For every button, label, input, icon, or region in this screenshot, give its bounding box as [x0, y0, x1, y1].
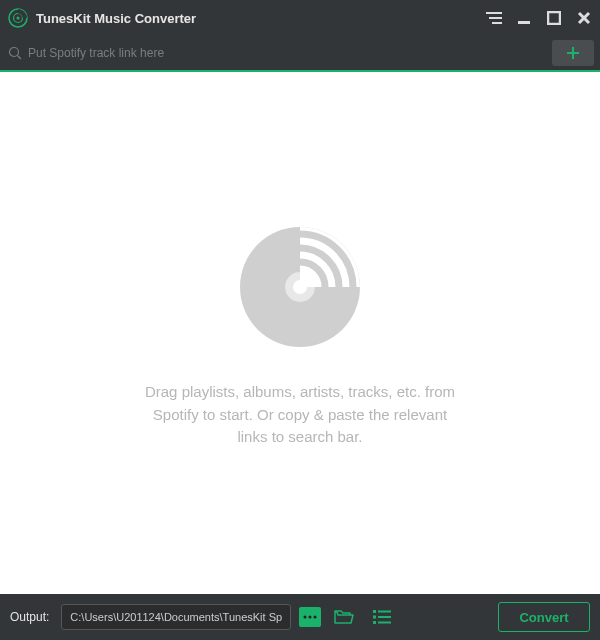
main-area[interactable]: Drag playlists, albums, artists, tracks,… — [0, 72, 600, 594]
svg-rect-4 — [489, 17, 502, 19]
search-icon — [8, 46, 22, 60]
output-path-field[interactable]: C:\Users\U201124\Documents\TunesKit Sp — [61, 604, 291, 630]
app-title: TunesKit Music Converter — [36, 11, 196, 26]
svg-rect-22 — [373, 616, 376, 619]
svg-rect-24 — [373, 621, 376, 624]
browse-button[interactable] — [299, 607, 321, 627]
empty-line: Drag playlists, albums, artists, tracks,… — [145, 381, 455, 404]
footer-bar: Output: C:\Users\U201124\Documents\Tunes… — [0, 594, 600, 640]
convert-button[interactable]: Convert — [498, 602, 590, 632]
close-icon[interactable] — [576, 10, 592, 26]
format-settings-button[interactable] — [367, 604, 397, 630]
output-label: Output: — [10, 610, 49, 624]
svg-rect-20 — [373, 610, 376, 613]
empty-disc-icon — [230, 217, 370, 361]
menu-icon[interactable] — [486, 10, 502, 26]
window-controls — [486, 10, 592, 26]
app-window: TunesKit Music Converter — [0, 0, 600, 640]
svg-point-18 — [309, 616, 312, 619]
svg-line-11 — [18, 56, 22, 60]
open-folder-button[interactable] — [329, 604, 359, 630]
list-settings-icon — [373, 609, 391, 625]
svg-point-10 — [10, 48, 19, 57]
svg-rect-25 — [378, 622, 391, 624]
output-path-text: C:\Users\U201124\Documents\TunesKit Sp — [70, 611, 282, 623]
empty-line: links to search bar. — [145, 426, 455, 449]
more-icon — [303, 614, 317, 620]
empty-line: Spotify to start. Or copy & paste the re… — [145, 404, 455, 427]
svg-rect-6 — [518, 21, 530, 24]
titlebar: TunesKit Music Converter — [0, 0, 600, 36]
logo-wrap: TunesKit Music Converter — [8, 8, 486, 28]
svg-point-2 — [17, 17, 20, 20]
search-input[interactable] — [28, 46, 552, 60]
search-bar — [0, 36, 600, 72]
svg-rect-7 — [548, 12, 560, 24]
svg-point-19 — [314, 616, 317, 619]
maximize-icon[interactable] — [546, 10, 562, 26]
svg-point-17 — [304, 616, 307, 619]
plus-icon — [565, 45, 581, 61]
svg-rect-5 — [492, 22, 502, 24]
svg-rect-3 — [486, 12, 502, 14]
svg-rect-21 — [378, 611, 391, 613]
minimize-icon[interactable] — [516, 10, 532, 26]
app-logo-icon — [8, 8, 28, 28]
empty-state-text: Drag playlists, albums, artists, tracks,… — [125, 381, 475, 449]
add-button[interactable] — [552, 40, 594, 66]
folder-icon — [334, 609, 354, 625]
svg-rect-23 — [378, 616, 391, 618]
